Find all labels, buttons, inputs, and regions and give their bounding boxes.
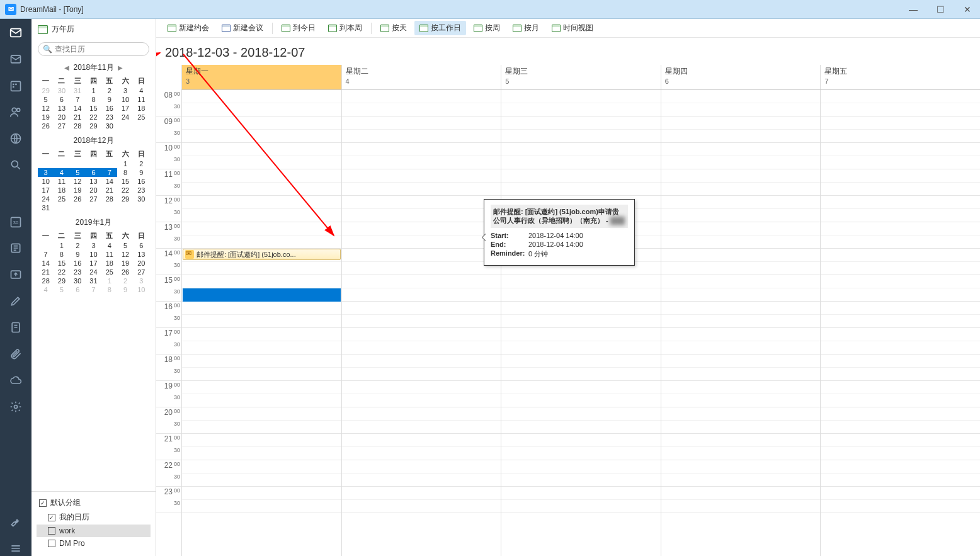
- minical-day[interactable]: 20: [54, 113, 69, 122]
- minical-day[interactable]: 25: [134, 113, 149, 122]
- minical-day[interactable]: 15: [86, 104, 101, 113]
- day-header[interactable]: 星期四6: [661, 65, 821, 89]
- minical-day[interactable]: 6: [54, 95, 69, 104]
- minical-day[interactable]: 21: [38, 268, 54, 276]
- goto-today-button[interactable]: 到今日: [276, 21, 321, 35]
- settings-icon[interactable]: [8, 399, 23, 414]
- minical-day[interactable]: 18: [54, 186, 69, 195]
- time-selection[interactable]: [183, 288, 341, 302]
- day-column[interactable]: [820, 90, 980, 556]
- minical-day[interactable]: 19: [38, 113, 54, 122]
- minical-day[interactable]: 6: [70, 285, 86, 294]
- minical-day[interactable]: 2: [117, 276, 133, 285]
- minical-day[interactable]: 31: [38, 203, 54, 212]
- minical-day[interactable]: 30: [54, 86, 69, 95]
- minical-day[interactable]: 17: [117, 104, 133, 113]
- minical-day[interactable]: 20: [134, 259, 149, 268]
- minical-day[interactable]: 20: [86, 186, 101, 195]
- minical-day[interactable]: 11: [134, 95, 149, 104]
- minical-day[interactable]: 29: [38, 86, 54, 95]
- minical-day[interactable]: 6: [134, 241, 149, 250]
- minical-day[interactable]: [54, 203, 69, 212]
- new-appointment-button[interactable]: 新建约会: [162, 21, 214, 35]
- prev-month-button[interactable]: ◀: [64, 64, 69, 71]
- close-button[interactable]: ✕: [960, 4, 975, 14]
- minical-day[interactable]: 22: [117, 186, 133, 195]
- day-column[interactable]: [501, 90, 661, 556]
- wrench-icon[interactable]: [8, 514, 23, 530]
- minical-day[interactable]: 26: [117, 268, 133, 276]
- group-dmpro[interactable]: DM Pro: [37, 537, 151, 550]
- calendar-icon[interactable]: [8, 78, 23, 93]
- globe-icon[interactable]: [8, 131, 23, 146]
- minical-day[interactable]: 25: [54, 195, 69, 203]
- minical-day[interactable]: 3: [117, 86, 133, 95]
- minical-day[interactable]: 18: [101, 259, 117, 268]
- view-timeline-button[interactable]: 时间视图: [547, 21, 598, 35]
- minical-day[interactable]: [134, 203, 149, 212]
- minical-day[interactable]: 23: [70, 268, 86, 276]
- minical-day[interactable]: 15: [117, 177, 133, 186]
- cloud-icon[interactable]: [8, 373, 23, 388]
- minical-day[interactable]: 19: [70, 186, 86, 195]
- minical-day[interactable]: 13: [54, 104, 69, 113]
- minical-day[interactable]: 12: [117, 250, 133, 259]
- minical-day[interactable]: 30: [101, 122, 117, 130]
- view-day-button[interactable]: 按天: [375, 21, 412, 35]
- day-header[interactable]: 星期三5: [501, 65, 661, 89]
- minical-day[interactable]: 28: [101, 195, 117, 203]
- minical-day[interactable]: 8: [54, 250, 69, 259]
- news-icon[interactable]: [8, 241, 23, 256]
- minical-day[interactable]: 3: [134, 276, 149, 285]
- search-calendar-input[interactable]: [38, 42, 149, 56]
- minical-day[interactable]: 13: [86, 177, 101, 186]
- minical-day[interactable]: 23: [134, 186, 149, 195]
- minical-day[interactable]: [117, 203, 133, 212]
- minical-day[interactable]: 14: [70, 104, 86, 113]
- minical-day[interactable]: 24: [38, 195, 54, 203]
- notes-icon[interactable]: [8, 320, 23, 335]
- minical-day[interactable]: 4: [101, 241, 117, 250]
- minical-day[interactable]: 14: [38, 259, 54, 268]
- minical-day[interactable]: 29: [54, 276, 69, 285]
- minical-day[interactable]: 9: [101, 95, 117, 104]
- minical-day[interactable]: 10: [38, 177, 54, 186]
- minical-day[interactable]: 2: [70, 241, 86, 250]
- minical-day[interactable]: 30: [134, 195, 149, 203]
- minical-day[interactable]: 12: [70, 177, 86, 186]
- minical-day[interactable]: 7: [101, 168, 117, 177]
- minical-day[interactable]: 2: [101, 86, 117, 95]
- minical-day[interactable]: 3: [38, 168, 54, 177]
- minical-day[interactable]: 1: [86, 86, 101, 95]
- minical-day[interactable]: 24: [86, 268, 101, 276]
- minical-day[interactable]: 30: [70, 276, 86, 285]
- compose-icon[interactable]: [8, 293, 23, 309]
- minical-day[interactable]: 22: [86, 113, 101, 122]
- search-icon[interactable]: [8, 157, 23, 173]
- minical-day[interactable]: 19: [117, 259, 133, 268]
- minical-day[interactable]: 13: [134, 250, 149, 259]
- next-month-button[interactable]: ▶: [118, 64, 123, 71]
- minical-day[interactable]: 4: [38, 285, 54, 294]
- minical-day[interactable]: 9: [134, 168, 149, 177]
- minical-day[interactable]: 29: [117, 195, 133, 203]
- minical-day[interactable]: [86, 159, 101, 168]
- minical-day[interactable]: 10: [86, 250, 101, 259]
- minical-day[interactable]: 10: [117, 95, 133, 104]
- minical-day[interactable]: [70, 159, 86, 168]
- minical-day[interactable]: 17: [86, 259, 101, 268]
- minical-day[interactable]: 1: [117, 159, 133, 168]
- minical-day[interactable]: 26: [38, 122, 54, 130]
- minical-day[interactable]: [101, 203, 117, 212]
- minical-day[interactable]: 12: [38, 104, 54, 113]
- minical-day[interactable]: 28: [70, 122, 86, 130]
- minimize-button[interactable]: —: [905, 4, 921, 14]
- minical-day[interactable]: 4: [134, 86, 149, 95]
- day-column[interactable]: [341, 90, 501, 556]
- group-mycal[interactable]: ✓我的日历: [37, 510, 151, 525]
- minical-day[interactable]: 5: [70, 168, 86, 177]
- minical-day[interactable]: 8: [86, 95, 101, 104]
- view-workweek-button[interactable]: 按工作日: [414, 21, 466, 35]
- minical-day[interactable]: 11: [101, 250, 117, 259]
- minical-day[interactable]: 1: [54, 241, 69, 250]
